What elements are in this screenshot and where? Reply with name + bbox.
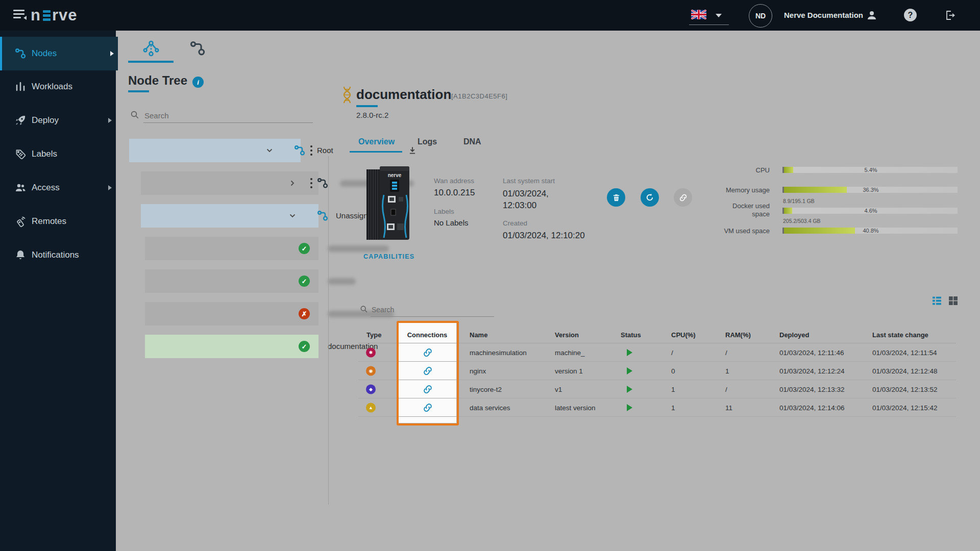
last-system-start-label: Last system start — [503, 177, 555, 185]
menu-toggle-icon[interactable] — [13, 10, 27, 21]
page-title: Node Tree — [128, 73, 187, 88]
connection-link-icon[interactable] — [423, 384, 433, 394]
sidebar-item-label: Notifications — [32, 250, 79, 260]
node-group-icon — [316, 210, 329, 222]
root-menu-icon[interactable] — [306, 139, 316, 162]
sidebar-item-access[interactable]: Access — [0, 178, 116, 198]
workload-row[interactable]: ▲ data services latest version 1 11 01/0… — [358, 398, 956, 417]
workload-ram: / — [725, 385, 727, 393]
vm-space-label: VM used space — [704, 227, 770, 235]
reboot-node-button[interactable] — [641, 188, 659, 207]
col-cpu: CPU(%) — [671, 331, 696, 339]
collapse-all-icon[interactable] — [408, 146, 417, 155]
chevron-down-icon[interactable] — [289, 212, 296, 219]
chevron-down-icon[interactable] — [266, 147, 273, 154]
user-avatar[interactable]: ND — [749, 4, 772, 28]
tab-node-tree-icon[interactable] — [142, 40, 160, 57]
active-tab-underline — [350, 151, 402, 153]
profile-icon[interactable] — [866, 9, 878, 21]
tree-leaf-redacted[interactable]: ✓ — [145, 237, 318, 260]
workload-deployed: 01/03/2024, 12:12:24 — [779, 367, 845, 374]
grid-view-icon[interactable] — [948, 296, 958, 306]
device-photo: nerve — [363, 163, 412, 242]
list-view-icon[interactable] — [932, 296, 942, 306]
tab-node-list-icon[interactable] — [189, 40, 206, 57]
connection-link-icon[interactable] — [423, 347, 433, 358]
vm-space-bar: 40.8% — [782, 228, 958, 234]
connection-link-icon[interactable] — [423, 366, 433, 376]
uk-flag-icon — [691, 10, 706, 19]
panel-divider — [328, 156, 329, 505]
sidebar-item-workloads[interactable]: Workloads — [0, 77, 116, 97]
workload-row[interactable]: ◉ nginx version 1 0 1 01/03/2024, 12:12:… — [358, 362, 956, 380]
memory-metric-label: Memory usage — [704, 186, 770, 194]
title-underline — [128, 90, 149, 92]
status-running-icon — [627, 386, 632, 393]
col-type: Type — [366, 331, 381, 339]
workload-deployed: 01/03/2024, 12:13:32 — [779, 385, 845, 393]
workload-deployed: 01/03/2024, 12:14:06 — [779, 404, 845, 411]
node-version: 2.8.0-rc.2 — [356, 111, 388, 119]
status-running-icon — [627, 404, 632, 411]
workload-last-change: 01/03/2024, 12:11:54 — [872, 348, 937, 356]
tree-leaf-redacted[interactable]: ✗ — [145, 302, 318, 325]
deploy-icon — [14, 114, 27, 127]
docker-space-percent: 4.6% — [784, 208, 958, 214]
delete-node-button[interactable] — [607, 188, 625, 207]
language-selector[interactable] — [689, 8, 729, 25]
capabilities-link[interactable]: CAPABILITIES — [363, 253, 414, 260]
nodes-icon — [14, 47, 27, 60]
workload-type-icon: ◉ — [366, 366, 376, 375]
tree-search-input[interactable] — [143, 108, 313, 123]
workload-version: machine_ — [555, 348, 585, 356]
status-ok-icon: ✓ — [299, 341, 310, 352]
chevron-right-icon[interactable] — [289, 180, 296, 187]
tree-node-redacted[interactable] — [141, 171, 318, 195]
sidebar-item-deploy[interactable]: Deploy — [0, 110, 116, 131]
workload-row[interactable]: ✱ machinesimulation machine_ / / 01/03/2… — [358, 343, 956, 362]
docker-space-label: Docker used space — [719, 202, 770, 218]
title-underline — [356, 105, 378, 107]
wan-address-value: 10.0.0.215 — [434, 188, 475, 198]
tab-overview[interactable]: Overview — [358, 137, 395, 146]
reload-icon — [645, 193, 654, 202]
node-menu-icon[interactable] — [306, 171, 316, 195]
docker-space-bar: 4.6% — [782, 208, 958, 214]
tab-logs[interactable]: Logs — [418, 137, 437, 146]
sidebar-item-notifications[interactable]: Notifications — [0, 245, 116, 265]
wan-address-label: Wan address — [434, 177, 474, 185]
sidebar-item-labels[interactable]: Labels — [0, 144, 116, 164]
search-icon — [130, 110, 139, 119]
tree-leaf-documentation[interactable]: ✓ documentation — [145, 335, 318, 358]
workload-ram: 1 — [725, 367, 729, 374]
tree-leaf-redacted[interactable]: ✓ — [145, 269, 318, 293]
workload-name: data services — [470, 404, 510, 411]
tree-node-unassigned[interactable]: Unassigned — [141, 204, 318, 228]
workload-row[interactable]: ◆ tinycore-t2 v1 1 / 01/03/2024, 12:13:3… — [358, 380, 956, 398]
connection-link-icon[interactable] — [423, 403, 433, 413]
workload-ram: 11 — [725, 404, 732, 411]
workload-name: machinesimulation — [470, 348, 527, 356]
logo-text-n: n — [31, 6, 41, 24]
workload-deployed: 01/03/2024, 12:11:46 — [779, 348, 844, 356]
tree-node-root[interactable]: Root — [129, 139, 301, 162]
trash-icon — [612, 193, 621, 202]
nerve-logo: n rve — [31, 6, 77, 24]
svg-text:nerve: nerve — [388, 172, 402, 178]
last-system-start-value: 01/03/2024, 12:03:00 — [503, 188, 558, 211]
docker-space-detail: 8.9/195.1 GB — [783, 198, 815, 204]
top-bar: n rve ND Nerve Documentation ? — [0, 0, 980, 31]
active-tab-underline — [128, 61, 174, 63]
workload-search-input[interactable] — [371, 303, 494, 317]
node-serial-id: [A1B2C3D4E5F6] — [451, 92, 507, 100]
info-icon[interactable]: i — [192, 77, 204, 88]
logout-icon[interactable] — [944, 9, 957, 21]
help-icon[interactable]: ? — [904, 9, 917, 21]
status-ok-icon: ✓ — [299, 276, 310, 287]
workloads-table: Type Connections Name Version Status CPU… — [358, 327, 956, 417]
sidebar-item-remotes[interactable]: Remotes — [0, 211, 116, 232]
workload-version: latest version — [555, 404, 596, 411]
chevron-right-icon — [108, 185, 112, 190]
tab-dna[interactable]: DNA — [463, 137, 481, 146]
sidebar-item-nodes[interactable]: Nodes — [0, 37, 118, 70]
